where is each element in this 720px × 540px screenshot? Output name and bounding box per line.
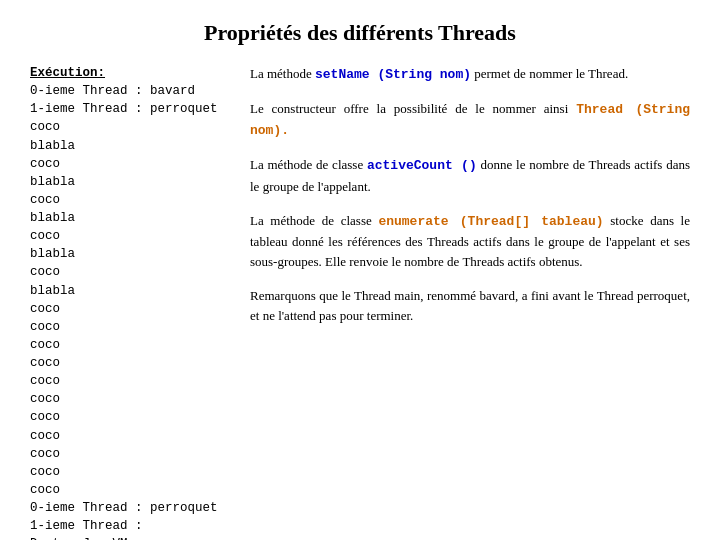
p4-before: La méthode de classe xyxy=(250,213,378,228)
paragraph-3: La méthode de classe activeCount () donn… xyxy=(250,155,690,196)
left-line-15: coco xyxy=(30,338,60,352)
left-line-18: coco xyxy=(30,392,60,406)
left-column: Exécution: 0-ieme Thread : bavard 1-ieme… xyxy=(30,64,230,540)
left-line-13: coco xyxy=(30,302,60,316)
right-column: La méthode setName (String nom) permet d… xyxy=(250,64,690,540)
p1-after: permet de nommer le Thread. xyxy=(471,66,628,81)
paragraph-5: Remarquons que le Thread main, renommé b… xyxy=(250,286,690,326)
left-line-7: coco xyxy=(30,193,60,207)
page: Propriétés des différents Threads Exécut… xyxy=(0,0,720,540)
p1-highlight: setName (String nom) xyxy=(315,67,471,82)
left-line-10: blabla xyxy=(30,247,75,261)
left-line-5: coco xyxy=(30,157,60,171)
p3-highlight: activeCount () xyxy=(367,158,477,173)
left-line-17: coco xyxy=(30,374,60,388)
left-line-2: 1-ieme Thread : perroquet xyxy=(30,102,218,116)
left-line-19: coco xyxy=(30,410,60,424)
left-line-23: coco xyxy=(30,483,60,497)
p4-highlight: enumerate (Thread[] tableau) xyxy=(378,214,603,229)
left-line-25: 1-ieme Thread : DestroyJavaVM xyxy=(30,519,143,540)
p2-before: Le constructeur offre la possibilité de … xyxy=(250,101,576,116)
p3-before: La méthode de classe xyxy=(250,157,367,172)
left-line-21: coco xyxy=(30,447,60,461)
left-line-9: coco xyxy=(30,229,60,243)
left-line-1: 0-ieme Thread : bavard xyxy=(30,84,195,98)
content-area: Exécution: 0-ieme Thread : bavard 1-ieme… xyxy=(30,64,690,540)
left-line-14: coco xyxy=(30,320,60,334)
paragraph-4: La méthode de classe enumerate (Thread[]… xyxy=(250,211,690,272)
left-line-6: blabla xyxy=(30,175,75,189)
left-line-22: coco xyxy=(30,465,60,479)
left-line-3: coco xyxy=(30,120,60,134)
execution-label: Exécution: xyxy=(30,66,105,80)
left-line-12: blabla xyxy=(30,284,75,298)
page-title: Propriétés des différents Threads xyxy=(30,20,690,46)
left-line-20: coco xyxy=(30,429,60,443)
paragraph-2: Le constructeur offre la possibilité de … xyxy=(250,99,690,141)
left-line-24: 0-ieme Thread : perroquet xyxy=(30,501,218,515)
left-line-8: blabla xyxy=(30,211,75,225)
paragraph-1: La méthode setName (String nom) permet d… xyxy=(250,64,690,85)
left-line-16: coco xyxy=(30,356,60,370)
left-line-4: blabla xyxy=(30,139,75,153)
left-line-11: coco xyxy=(30,265,60,279)
p1-before: La méthode xyxy=(250,66,315,81)
